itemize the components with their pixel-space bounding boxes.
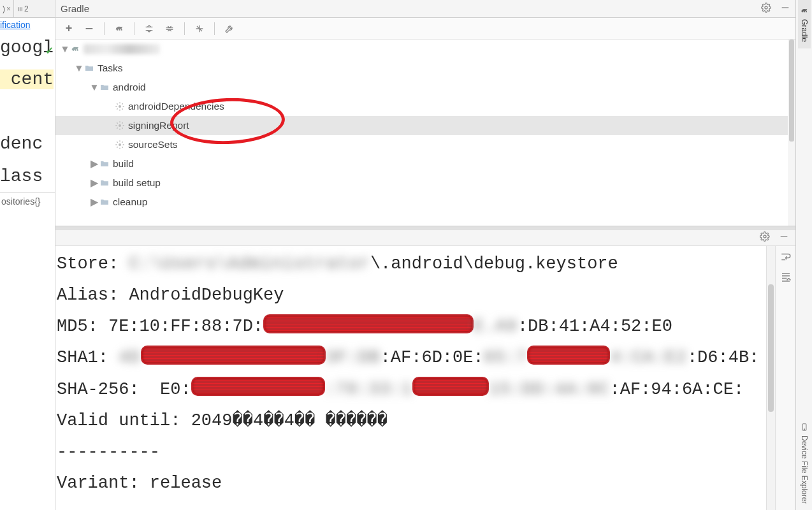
svg-point-0 bbox=[765, 6, 767, 9]
collapse-all-icon[interactable] bbox=[163, 22, 177, 36]
tree-item-label: build setup bbox=[113, 177, 161, 189]
folder-icon bbox=[99, 158, 110, 170]
expand-all-icon[interactable] bbox=[142, 22, 156, 36]
tree-item-label: androidDependencies bbox=[128, 101, 224, 112]
console-side-toolbar bbox=[775, 246, 795, 510]
scroll-to-end-icon[interactable] bbox=[779, 270, 793, 284]
folder-icon bbox=[99, 177, 110, 189]
svg-point-2 bbox=[119, 105, 121, 108]
folder-icon bbox=[99, 196, 110, 208]
redaction-mark bbox=[412, 377, 489, 396]
gear-icon[interactable] bbox=[760, 231, 770, 244]
chevron-down-icon[interactable]: ▼ bbox=[75, 62, 83, 74]
svg-point-4 bbox=[119, 143, 121, 146]
folder-icon bbox=[83, 62, 95, 74]
editor-cropped-panel: ) × ≡ 2 ification ✓ googl cent denc lass… bbox=[0, 0, 55, 510]
right-tab-label: Gradle bbox=[800, 19, 809, 42]
gear-icon[interactable] bbox=[761, 3, 771, 15]
tree-item-label: cleanup bbox=[113, 196, 147, 208]
tree-cleanup[interactable]: ▶ cleanup bbox=[55, 193, 795, 212]
gradle-header: Gradle bbox=[55, 0, 795, 18]
close-icon[interactable]: × bbox=[6, 4, 11, 13]
tree-build[interactable]: ▶ build bbox=[55, 154, 795, 173]
minimize-icon[interactable] bbox=[780, 3, 790, 15]
right-tab-gradle[interactable]: Gradle bbox=[798, 0, 811, 48]
console-scrollbar[interactable] bbox=[766, 246, 775, 510]
chevron-down-icon[interactable]: ▼ bbox=[90, 82, 99, 93]
right-tab-device-file-explorer[interactable]: Device File Explorer bbox=[798, 416, 811, 510]
svg-point-3 bbox=[119, 124, 121, 127]
svg-point-8 bbox=[804, 429, 804, 430]
tree-source-sets[interactable]: ▶ sourceSets bbox=[55, 135, 795, 154]
editor-tab-1-label: ) bbox=[3, 4, 5, 13]
gear-icon bbox=[114, 139, 126, 150]
gradle-toolbar: + − bbox=[55, 18, 795, 40]
project-name-blurred bbox=[83, 44, 160, 54]
redaction-mark bbox=[527, 346, 610, 365]
gradle-title: Gradle bbox=[61, 3, 89, 14]
tree-scrollbar[interactable] bbox=[788, 40, 795, 226]
editor-tab-1[interactable]: ) × bbox=[0, 0, 14, 17]
redaction-mark bbox=[191, 377, 325, 396]
editor-tab-2-label: 2 bbox=[24, 4, 29, 13]
right-tab-label: Device File Explorer bbox=[800, 435, 809, 504]
tree-item-label: android bbox=[113, 82, 146, 93]
console-header bbox=[55, 229, 795, 246]
tree-root[interactable]: ▼ bbox=[55, 40, 795, 59]
editor-tab-2[interactable]: ≡ 2 bbox=[14, 4, 33, 13]
add-button[interactable]: + bbox=[62, 22, 76, 36]
chevron-right-icon[interactable]: ▶ bbox=[90, 196, 99, 208]
gradle-tool-window: Gradle + − bbox=[55, 0, 795, 510]
tree-item-label: build bbox=[113, 158, 134, 170]
editor-tabs: ) × ≡ 2 bbox=[0, 0, 55, 18]
redaction-mark bbox=[141, 346, 326, 365]
folder-icon bbox=[99, 82, 110, 93]
tree-tasks[interactable]: ▼ Tasks bbox=[55, 59, 795, 78]
structure-breadcrumb[interactable]: ositories{} bbox=[0, 193, 55, 210]
offline-mode-icon[interactable] bbox=[192, 22, 207, 36]
elephant-icon[interactable] bbox=[112, 22, 126, 36]
tree-signing-report[interactable]: ▶ signingReport bbox=[55, 116, 795, 135]
elephant-icon bbox=[69, 43, 81, 55]
tree-item-label: Tasks bbox=[98, 62, 123, 74]
soft-wrap-icon[interactable] bbox=[779, 250, 793, 264]
chevron-right-icon[interactable]: ▶ bbox=[90, 177, 99, 189]
tree-android-deps[interactable]: ▶ androidDependencies bbox=[55, 97, 795, 116]
check-icon: ✓ bbox=[45, 45, 54, 57]
chevron-right-icon[interactable]: ▶ bbox=[90, 158, 99, 170]
tree-item-label: sourceSets bbox=[128, 139, 178, 150]
svg-point-5 bbox=[764, 235, 766, 238]
remove-button[interactable]: − bbox=[82, 22, 96, 36]
tree-item-label: signingReport bbox=[128, 120, 189, 131]
redaction-mark bbox=[263, 314, 474, 333]
gear-icon bbox=[114, 120, 126, 131]
verification-link[interactable]: ification bbox=[0, 18, 55, 32]
right-tool-window-bar: Gradle Device File Explorer bbox=[795, 0, 812, 510]
console-output[interactable]: Store: C:\Users\Administrator\.android\d… bbox=[55, 246, 766, 510]
console-body: Store: C:\Users\Administrator\.android\d… bbox=[55, 246, 795, 510]
gradle-tree: ▼ ▼ Tasks ▼ android ▶ androidDependencie… bbox=[55, 40, 795, 226]
tree-build-setup[interactable]: ▶ build setup bbox=[55, 173, 795, 193]
gear-icon bbox=[114, 101, 126, 112]
tab-overflow-icon: ≡ bbox=[16, 6, 25, 11]
tree-android[interactable]: ▼ android bbox=[55, 78, 795, 97]
minimize-icon[interactable] bbox=[779, 231, 789, 244]
wrench-icon[interactable] bbox=[222, 22, 236, 36]
chevron-down-icon[interactable]: ▼ bbox=[61, 43, 69, 55]
